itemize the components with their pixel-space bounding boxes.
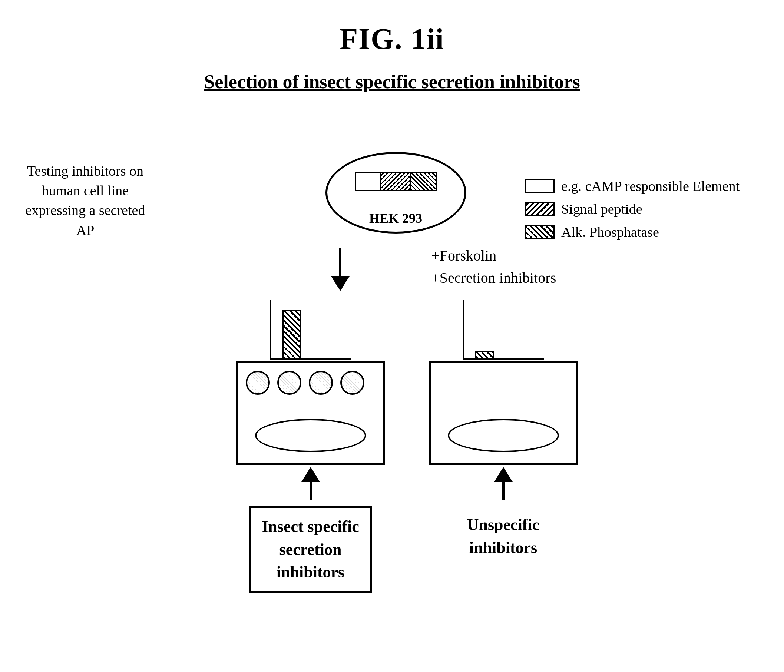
construct-camp: [355, 173, 381, 191]
hek-oval: HEK 293: [325, 152, 466, 233]
legend-box-signal: [525, 202, 555, 216]
legend-label-alk: Alk. Phosphatase: [561, 224, 659, 240]
forskolin-text: +Forskolin+Secretion inhibitors: [431, 245, 556, 289]
left-bar-tall: [283, 310, 301, 358]
construct-alk: [411, 173, 437, 191]
legend: e.g. cAMP responsible Element Signal pep…: [525, 178, 739, 240]
wells-container: Insect specificsecretioninhibitors: [236, 300, 577, 593]
testing-inhibitors-text: Testing inhibitors onhuman cell lineexpr…: [22, 161, 148, 240]
svg-marker-2: [301, 467, 320, 482]
legend-box-alk: [525, 225, 555, 240]
legend-item-alk: Alk. Phosphatase: [525, 224, 739, 240]
hek-label: HEK 293: [369, 210, 422, 226]
inhibitor-circle-3: [309, 371, 333, 395]
legend-label-camp: e.g. cAMP responsible Element: [561, 178, 739, 194]
construct-signal: [381, 173, 411, 191]
inhibitor-circle-4: [340, 371, 364, 395]
main-down-arrow: [325, 248, 355, 293]
right-well-group: Unspecificinhibitors: [429, 300, 577, 593]
left-up-arrow: [296, 465, 325, 502]
right-well-box: [429, 361, 577, 465]
legend-item-signal: Signal peptide: [525, 201, 739, 217]
left-cell-oval: [255, 419, 366, 452]
left-label-box: Insect specificsecretioninhibitors: [249, 506, 372, 593]
svg-marker-1: [331, 276, 350, 291]
figure-title: FIG. 1ii: [0, 0, 784, 56]
page: FIG. 1ii Selection of insect specific se…: [0, 0, 784, 672]
hek-cell: HEK 293: [325, 152, 466, 233]
right-bar-chart: [463, 300, 544, 359]
legend-item-camp: e.g. cAMP responsible Element: [525, 178, 739, 194]
legend-label-signal: Signal peptide: [561, 201, 642, 217]
legend-box-camp: [525, 179, 555, 193]
right-up-arrow: [488, 465, 518, 502]
construct: [355, 173, 437, 191]
right-cell-oval: [448, 419, 559, 452]
inhibitor-circle-1: [246, 371, 270, 395]
svg-marker-4: [494, 467, 513, 482]
left-well-group: Insect specificsecretioninhibitors: [236, 300, 385, 593]
inhibitor-circle-2: [277, 371, 301, 395]
right-label: Unspecificinhibitors: [464, 506, 543, 566]
left-well-box: [236, 361, 385, 465]
left-well-circles: [246, 371, 364, 395]
figure-subtitle: Selection of insect specific secretion i…: [0, 71, 784, 93]
left-bar-chart: [270, 300, 352, 359]
diagram-area: Testing inhibitors onhuman cell lineexpr…: [0, 104, 784, 672]
right-bar-short: [475, 351, 494, 358]
